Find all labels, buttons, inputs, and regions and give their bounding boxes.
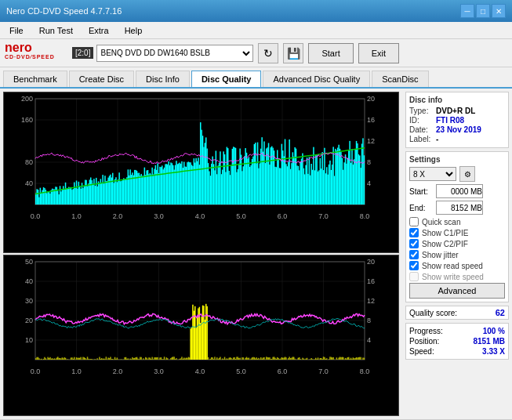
show-write-speed-checkbox[interactable] [409,272,419,281]
tab-benchmark[interactable]: Benchmark [3,71,67,87]
menu-run-test[interactable]: Run Test [33,24,79,37]
progress-section: Progress: 100 % Position: 8151 MB Speed:… [405,323,509,360]
logo-nero-text: nero [5,42,32,54]
quality-label: Quality score: [409,309,457,317]
logo-sub-text: CD·DVD∕SPEED [5,54,55,60]
start-row: Start: 0000 MB [409,184,505,198]
tab-scan-disc[interactable]: ScanDisc [372,71,428,87]
disc-date-label: Date: [409,125,433,134]
show-jitter-checkbox[interactable] [409,250,419,259]
show-read-speed-label: Show read speed [422,262,483,270]
chart1-container [3,92,399,253]
show-c1pie-row: Show C1/PIE [409,228,505,237]
drive-label: [2:0] [72,47,93,59]
speed-label: Speed: [409,347,434,356]
show-c1pie-checkbox[interactable] [409,228,419,237]
end-row: End: [409,201,505,215]
speed-dropdown[interactable]: 8 X [409,167,456,181]
quick-scan-row: Quick scan [409,217,505,226]
drive-selector: [2:0] BENQ DVD DD DW1640 BSLB [72,45,253,62]
tab-disc-quality[interactable]: Disc Quality [191,71,262,87]
show-read-speed-checkbox[interactable] [409,261,419,270]
show-c2pif-checkbox[interactable] [409,239,419,248]
show-read-speed-row: Show read speed [409,261,505,270]
position-value: 8151 MB [473,337,505,346]
charts-area [0,89,402,419]
position-row: Position: 8151 MB [409,337,505,346]
settings-title: Settings [409,155,505,164]
disc-info-title: Disc info [409,96,505,104]
tab-advanced-disc-quality[interactable]: Advanced Disc Quality [263,71,370,87]
disc-id-value: FTI R08 [436,116,464,125]
toolbar: nero CD·DVD∕SPEED [2:0] BENQ DVD DD DW16… [0,39,512,67]
disc-info-section: Disc info Type: DVD+R DL ID: FTI R08 Dat… [405,92,509,148]
titlebar-title: Nero CD-DVD Speed 4.7.7.16 [6,6,122,16]
tabs: Benchmark Create Disc Disc Info Disc Qua… [0,67,512,89]
main-content: Disc info Type: DVD+R DL ID: FTI R08 Dat… [0,89,512,419]
disc-date-value: 23 Nov 2019 [436,125,481,134]
settings-section: Settings 8 X ⚙ Start: 0000 MB End: Quick… [405,151,509,302]
menu-extra[interactable]: Extra [82,24,115,37]
disc-type-value: DVD+R DL [436,107,475,115]
menu-help[interactable]: Help [118,24,149,37]
advanced-button[interactable]: Advanced [409,283,505,299]
close-button[interactable]: ✕ [492,4,506,18]
refresh-button[interactable]: ↻ [258,43,278,63]
disc-label-label: Label: [409,135,433,143]
quality-score-section: Quality score: 62 [405,306,509,320]
show-write-speed-label: Show write speed [422,273,484,281]
quality-value: 62 [496,308,505,317]
quick-scan-checkbox[interactable] [409,217,419,226]
show-c1pie-label: Show C1/PIE [422,229,468,237]
show-c2pif-label: Show C2/PIF [422,240,468,248]
logo: nero CD·DVD∕SPEED [5,42,67,65]
quick-scan-label: Quick scan [422,218,460,226]
disc-id-label: ID: [409,116,433,125]
end-label: End: [409,204,433,212]
show-write-speed-row: Show write speed [409,272,505,281]
tab-disc-info[interactable]: Disc Info [136,71,190,87]
disc-label-value: - [436,135,438,143]
speed-row: Speed: 3.33 X [409,347,505,356]
disc-date-row: Date: 23 Nov 2019 [409,125,505,134]
speed-value: 3.33 X [482,347,505,356]
settings-refresh-button[interactable]: ⚙ [459,166,475,182]
menubar: File Run Test Extra Help [0,22,512,39]
disc-type-label: Type: [409,107,433,115]
end-input[interactable] [436,201,483,215]
start-button[interactable]: Start [308,43,353,63]
disc-label-row: Label: - [409,135,505,143]
show-jitter-row: Show jitter [409,250,505,259]
tab-create-disc[interactable]: Create Disc [69,71,134,87]
exit-button[interactable]: Exit [358,43,399,63]
right-panel: Disc info Type: DVD+R DL ID: FTI R08 Dat… [402,89,512,419]
progress-row: Progress: 100 % [409,327,505,335]
drive-dropdown[interactable]: BENQ DVD DD DW1640 BSLB [96,45,253,62]
chart1-canvas [4,92,388,222]
position-label: Position: [409,337,439,346]
titlebar-controls: ─ □ ✕ [460,4,506,18]
start-label: Start: [409,187,433,196]
disc-type-row: Type: DVD+R DL [409,107,505,115]
chart2-container [3,255,399,416]
show-c2pif-row: Show C2/PIF [409,239,505,248]
save-button[interactable]: 💾 [283,43,303,63]
titlebar: Nero CD-DVD Speed 4.7.7.16 ─ □ ✕ [0,0,512,22]
progress-label: Progress: [409,327,443,335]
disc-id-row: ID: FTI R08 [409,116,505,125]
maximize-button[interactable]: □ [476,4,490,18]
show-jitter-label: Show jitter [422,251,459,259]
progress-value: 100 % [483,327,505,335]
chart2-canvas [4,255,388,377]
minimize-button[interactable]: ─ [460,4,474,18]
menu-file[interactable]: File [3,24,30,37]
start-input[interactable]: 0000 MB [436,184,483,198]
speed-row: 8 X ⚙ [409,166,505,182]
